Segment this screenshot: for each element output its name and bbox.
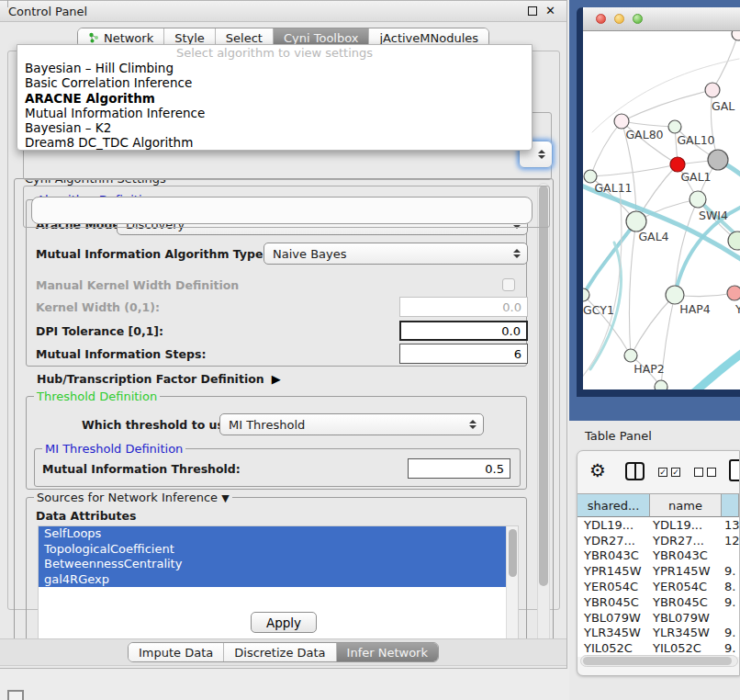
network-node-label: GAL11 (594, 181, 632, 195)
attribute-list-item[interactable]: gal4RGexp (39, 572, 518, 588)
network-node[interactable] (624, 349, 637, 362)
table-cell: YPR145W (650, 564, 722, 578)
network-node-label: GAL10 (677, 133, 714, 147)
table-row[interactable]: YDL19...YDL19...13 (577, 517, 739, 533)
attribute-list-item[interactable]: SelfLoops (39, 526, 518, 542)
stepper-icon (538, 150, 545, 159)
attribute-list-item[interactable]: TopologicalCoefficient (39, 542, 518, 558)
mi-algorithm-type-combobox[interactable]: Naive Bayes (263, 243, 528, 265)
hub-transcription-factor-toggle[interactable]: Hub/Transcription Factor Definition ▶ (37, 372, 281, 386)
manual-kernel-width-checkbox[interactable] (502, 278, 515, 291)
which-threshold-value: MI Threshold (229, 418, 305, 432)
mi-steps-field[interactable] (399, 344, 528, 364)
tab-infer-network[interactable]: Infer Network (336, 643, 438, 661)
mi-threshold-field[interactable] (408, 458, 510, 479)
apply-button[interactable]: Apply (251, 612, 317, 633)
table-header-cell[interactable]: name (650, 494, 722, 517)
control-panel-window: Control Panel ✕ NetworkStyleSelectCyni T… (0, 0, 567, 669)
hub-label: Hub/Transcription Factor Definition (37, 372, 264, 386)
dropdown-item[interactable]: Bayesian – Hill Climbing (17, 61, 532, 75)
table-row[interactable]: YBR045CYBR045C9. (577, 594, 739, 610)
table-cell: YBL079W (577, 611, 650, 625)
table-row[interactable]: YDR27...YDR27...12 (577, 533, 739, 548)
network-node[interactable] (708, 150, 728, 170)
network-node[interactable] (732, 31, 740, 40)
minimize-traffic-light-icon[interactable] (614, 14, 624, 24)
table-cell: YER054C (650, 580, 722, 593)
network-node[interactable] (727, 286, 740, 300)
tab-label: jActiveMNodules (379, 31, 478, 45)
dropdown-item[interactable]: Basic Correlation Inference (17, 75, 532, 90)
kernel-width-field[interactable] (399, 297, 528, 317)
table-header-cell[interactable]: shared... (577, 494, 650, 517)
table-cell: YDR27... (650, 534, 722, 548)
gear-icon[interactable]: ⚙ (589, 459, 606, 481)
mi-steps-label: Mutual Information Steps: (36, 347, 206, 361)
attribute-list-item[interactable]: BetweennessCentrality (39, 557, 518, 572)
network-edge (622, 121, 675, 127)
dpi-tolerance-label: DPI Tolerance [0,1]: (36, 324, 163, 338)
kernel-width-label: Kernel Width (0,1): (36, 300, 160, 314)
network-node-label: GAL80 (625, 128, 663, 141)
table-horizontal-scrollbar[interactable] (580, 655, 738, 667)
tab-label: Discretize Data (234, 646, 325, 660)
network-node[interactable] (614, 114, 629, 129)
close-traffic-light-icon[interactable] (596, 14, 606, 24)
data-attributes-label: Data Attributes (36, 509, 136, 523)
table-body: YDL19...YDL19...13YDR27...YDR27...12YBR0… (577, 517, 739, 657)
select-all-checkboxes-icon[interactable]: ✓ ✓ (658, 468, 680, 477)
table-scrollbar-thumb[interactable] (583, 657, 732, 665)
dropdown-item[interactable]: Bayesian – K2 (17, 120, 532, 135)
table-row[interactable]: YER054CYER054C8. (577, 579, 739, 594)
network-node-label: Y (734, 302, 740, 316)
settings-scrollbar[interactable] (537, 183, 550, 647)
dpi-tolerance-field[interactable] (399, 321, 528, 341)
mi-algorithm-type-label: Mutual Information Algorithm Type: (36, 247, 267, 261)
table-row[interactable]: YBL079WYBL079W (577, 610, 739, 626)
document-icon[interactable] (729, 459, 740, 481)
float-window-icon[interactable] (528, 6, 537, 16)
network-node[interactable] (655, 380, 667, 390)
dropdown-item[interactable]: Mutual Information Inference (17, 106, 532, 120)
bottom-tab-strip: Impute DataDiscretize DataInfer Network (0, 638, 566, 666)
network-node[interactable] (666, 286, 684, 304)
sources-group-title[interactable]: Sources for Network Inference ▼ (34, 491, 232, 505)
settings-scrollbar-thumb[interactable] (539, 186, 548, 586)
close-icon[interactable]: ✕ (545, 6, 555, 16)
network-node[interactable] (705, 83, 720, 97)
tab-impute-data[interactable]: Impute Data (129, 643, 223, 661)
table-row[interactable]: YIL052CYIL052C9. (577, 640, 739, 656)
network-window-titlebar[interactable] (583, 7, 740, 31)
columns-icon[interactable] (625, 462, 645, 480)
tab-label: Impute Data (139, 646, 213, 660)
network-node[interactable] (583, 288, 589, 301)
network-view-window[interactable]: GALGAL80GAL10GAL1GAL11SWI4GAL4GCY1HAP4YH… (577, 7, 740, 397)
network-combobox-fragment[interactable] (31, 197, 533, 224)
tab-label: Cyni Toolbox (284, 31, 359, 45)
table-cell: YLR345W (577, 626, 650, 639)
zoom-traffic-light-icon[interactable] (633, 14, 643, 24)
mi-threshold-definition-title: MI Threshold Definition (42, 442, 185, 456)
desktop-background: GALGAL80GAL10GAL1GAL11SWI4GAL4GCY1HAP4YH… (569, 0, 740, 421)
deselect-all-checkboxes-icon[interactable] (694, 468, 716, 477)
minimized-panel-icon[interactable] (7, 690, 24, 700)
table-header-cell[interactable] (722, 494, 739, 517)
which-threshold-combobox[interactable]: MI Threshold (219, 413, 484, 435)
table-row[interactable]: YLR345WYLR345W9. (577, 626, 739, 641)
network-node[interactable] (626, 211, 646, 231)
network-canvas[interactable]: GALGAL80GAL10GAL1GAL11SWI4GAL4GCY1HAP4YH… (583, 31, 740, 390)
dropdown-item[interactable]: Dream8 DC_TDC Algorithm (17, 135, 532, 150)
dropdown-item[interactable]: ARACNE Algorithm (17, 91, 532, 106)
control-panel-titlebar[interactable]: Control Panel ✕ (0, 1, 566, 22)
unchecked-box-icon (707, 468, 716, 477)
tab-discretize-data[interactable]: Discretize Data (223, 643, 335, 661)
table-row[interactable]: YBR043CYBR043C (577, 548, 739, 564)
network-node[interactable] (668, 120, 681, 133)
table-row[interactable]: YPR145WYPR145W9. (577, 563, 739, 579)
table-cell: YIL052C (650, 641, 722, 655)
table-cell: YER054C (577, 580, 650, 593)
table-cell: YBR045C (577, 595, 650, 609)
threshold-definition-group: Threshold Definition Which threshold to … (26, 396, 527, 490)
network-node[interactable] (690, 191, 706, 208)
attribute-list-scrollbar-thumb[interactable] (509, 529, 517, 577)
